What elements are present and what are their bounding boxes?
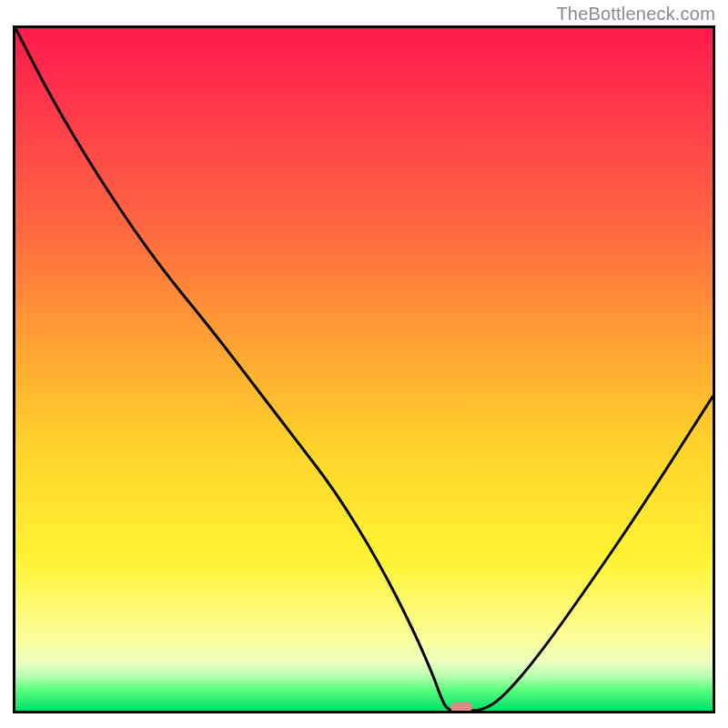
- plot-frame: [13, 25, 715, 713]
- bottleneck-chart: TheBottleneck.com: [0, 0, 728, 728]
- watermark-text: TheBottleneck.com: [556, 4, 715, 25]
- bottleneck-curve-layer: [15, 28, 713, 711]
- bottleneck-curve: [15, 28, 713, 711]
- optimal-point-marker: [450, 702, 472, 713]
